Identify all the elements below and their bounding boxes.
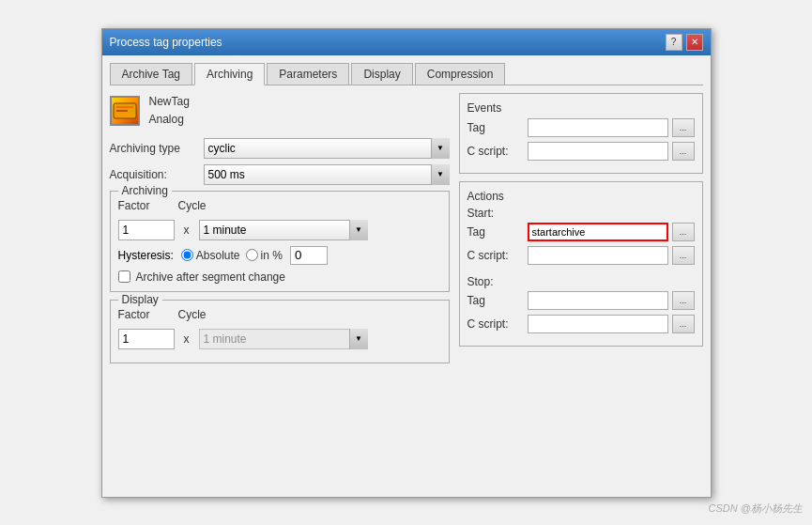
tag-names: NewTag Analog — [149, 93, 190, 129]
absolute-label: Absolute — [196, 249, 240, 262]
acquisition-label: Acquisition: — [110, 168, 204, 181]
archive-after-segment-label: Archive after segment change — [136, 270, 285, 284]
archive-after-segment-checkbox[interactable] — [118, 270, 130, 283]
left-panel: NewTag Analog Archiving type cyclic on c… — [110, 93, 450, 371]
close-button[interactable]: ✕ — [686, 34, 703, 51]
actions-stop-tag-browse-btn[interactable]: ... — [672, 291, 695, 310]
factor-col-label: Factor — [118, 199, 150, 212]
events-cscript-label: C script: — [467, 145, 524, 158]
in-percent-label: in % — [261, 249, 283, 262]
archiving-type-row: Archiving type cyclic on change on deman… — [110, 138, 450, 159]
radio-group: Absolute in % — [181, 249, 283, 262]
body-row: NewTag Analog Archiving type cyclic on c… — [110, 93, 703, 371]
tab-compression[interactable]: Compression — [415, 63, 506, 85]
actions-start-tag-label: Tag — [467, 225, 524, 239]
archiving-col-labels: Factor Cycle — [118, 199, 441, 212]
actions-stop-cscript-browse-btn[interactable]: ... — [672, 315, 695, 333]
display-factor-input[interactable] — [118, 329, 175, 349]
events-tag-label: Tag — [467, 121, 524, 134]
events-title: Events — [467, 101, 695, 115]
archiving-type-select-wrapper: cyclic on change on demand ▼ — [204, 138, 450, 159]
hysteresis-label: Hysteresis: — [118, 249, 174, 262]
actions-stop-cscript-row: C script: ... — [467, 315, 695, 333]
events-cscript-row: C script: ... — [467, 142, 695, 161]
in-percent-radio-item: in % — [246, 249, 283, 262]
display-group-title: Display — [118, 293, 162, 306]
actions-start-cscript-row: C script: ... — [467, 246, 695, 265]
display-col-labels: Factor Cycle — [118, 308, 441, 321]
actions-stop-tag-input[interactable] — [528, 291, 668, 310]
hysteresis-row: Hysteresis: Absolute in % — [118, 246, 441, 265]
actions-stop-cscript-label: C script: — [467, 317, 524, 331]
display-cycle-select[interactable]: 1 second 10 seconds 1 minute 10 minutes … — [199, 329, 368, 349]
display-factor-col-label: Factor — [118, 308, 150, 321]
acquisition-select[interactable]: 100 ms 500 ms 1 s 5 s 10 s — [204, 164, 450, 185]
tag-icon — [110, 96, 140, 126]
tab-archiving[interactable]: Archiving — [194, 63, 265, 85]
dialog-title: Process tag properties — [110, 36, 222, 49]
stop-label: Stop: — [467, 275, 695, 288]
display-cycle-col-label: Cycle — [178, 308, 207, 321]
actions-start-cscript-browse-btn[interactable]: ... — [672, 246, 695, 265]
absolute-radio-item: Absolute — [181, 249, 240, 262]
events-section: Events Tag ... C script: ... — [459, 93, 703, 174]
tab-bar: Archive Tag Archiving Parameters Display… — [110, 63, 703, 85]
archiving-group-title: Archiving — [118, 184, 172, 197]
archiving-type-select[interactable]: cyclic on change on demand — [204, 138, 450, 159]
hysteresis-value-input[interactable] — [290, 246, 328, 265]
acquisition-select-wrapper: 100 ms 500 ms 1 s 5 s 10 s ▼ — [204, 164, 450, 185]
actions-section: Actions Start: Tag ... C script: ... — [459, 181, 703, 347]
tab-parameters[interactable]: Parameters — [267, 63, 349, 85]
archiving-factor-input[interactable] — [118, 220, 175, 240]
cycle-col-label: Cycle — [178, 199, 207, 212]
actions-start-cscript-label: C script: — [467, 249, 524, 262]
display-cycle-select-wrapper: 1 second 10 seconds 1 minute 10 minutes … — [199, 329, 368, 349]
tab-archive-tag[interactable]: Archive Tag — [110, 63, 192, 85]
actions-stop-tag-label: Tag — [467, 294, 524, 307]
absolute-radio[interactable] — [181, 249, 193, 261]
display-x-label: x — [180, 332, 193, 346]
display-factor-cycle-row: x 1 second 10 seconds 1 minute 10 minute… — [118, 329, 441, 349]
actions-stop-tag-row: Tag ... — [467, 291, 695, 310]
archiving-type-label: Archiving type — [110, 142, 204, 155]
svg-rect-3 — [116, 114, 130, 116]
display-group: Display Factor Cycle x 1 second 10 secon… — [110, 300, 450, 363]
events-cscript-browse-btn[interactable]: ... — [672, 142, 695, 161]
actions-start-cscript-input[interactable] — [528, 246, 668, 265]
actions-title: Actions — [467, 190, 695, 203]
svg-rect-1 — [116, 106, 133, 108]
tag-name: NewTag — [149, 93, 190, 111]
archiving-cycle-select[interactable]: 1 second 10 seconds 1 minute 10 minutes … — [199, 220, 368, 240]
svg-rect-2 — [116, 110, 128, 112]
acquisition-row: Acquisition: 100 ms 500 ms 1 s 5 s 10 s … — [110, 164, 450, 185]
archiving-group: Archiving Factor Cycle x 1 second 10 sec… — [110, 191, 450, 292]
right-panel: Events Tag ... C script: ... — [459, 93, 703, 371]
actions-start-tag-input[interactable] — [528, 223, 668, 241]
tag-info-row: NewTag Analog — [110, 93, 450, 129]
watermark: CSDN @杨小杨先生 — [709, 502, 803, 516]
archiving-factor-cycle-row: x 1 second 10 seconds 1 minute 10 minute… — [118, 220, 441, 240]
actions-stop-cscript-input[interactable] — [528, 315, 668, 333]
tag-icon-svg — [112, 100, 138, 122]
events-tag-row: Tag ... — [467, 118, 695, 137]
title-bar-buttons: ? ✕ — [666, 34, 703, 51]
dialog-content: Archive Tag Archiving Parameters Display… — [102, 55, 711, 378]
tab-display[interactable]: Display — [351, 63, 412, 85]
tag-type: Analog — [149, 111, 190, 129]
title-bar: Process tag properties ? ✕ — [102, 29, 711, 55]
process-tag-dialog: Process tag properties ? ✕ Archive Tag A… — [101, 28, 712, 498]
help-button[interactable]: ? — [666, 34, 682, 51]
archiving-x-label: x — [180, 224, 193, 237]
events-cscript-input[interactable] — [528, 142, 668, 161]
archive-after-segment-row: Archive after segment change — [118, 270, 441, 284]
events-tag-browse-btn[interactable]: ... — [672, 118, 695, 137]
events-tag-input[interactable] — [528, 118, 668, 137]
start-label: Start: — [467, 207, 695, 220]
actions-start-tag-row: Tag ... — [467, 223, 695, 241]
archiving-cycle-select-wrapper: 1 second 10 seconds 1 minute 10 minutes … — [199, 220, 368, 240]
in-percent-radio[interactable] — [246, 249, 258, 261]
actions-start-tag-browse-btn[interactable]: ... — [672, 223, 695, 241]
